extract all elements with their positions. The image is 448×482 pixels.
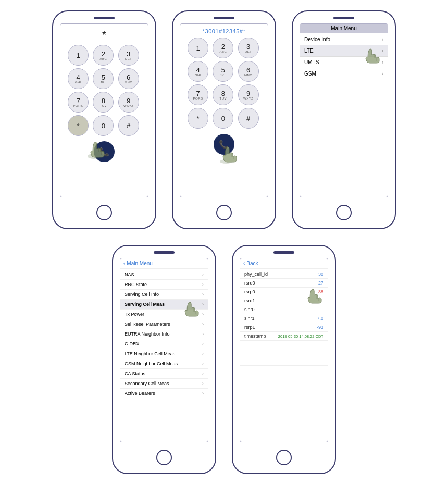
- data-key-rsrq1: rsrq1: [244, 298, 255, 303]
- back-chevron-left: ‹: [123, 261, 125, 266]
- lte-back-nav[interactable]: ‹ Main Menu: [120, 258, 208, 269]
- main-menu-header: Main Menu: [300, 24, 388, 33]
- lte-item-rrc-chevron: ›: [202, 282, 204, 287]
- data-empty-3: [240, 357, 328, 366]
- menu-device-info-label: Device Info: [304, 36, 330, 42]
- lte-item-nas-label: NAS: [125, 272, 134, 277]
- lte-item-gsm-neighbor[interactable]: GSM Neighbor Cell Meas ›: [120, 359, 208, 369]
- dialpad-grid-2: 1 2ABC 3DEF 4GHI 5JKL 6MNO 7PQRS 8TUV 9W…: [188, 38, 260, 129]
- lte-item-nas[interactable]: NAS ›: [120, 270, 208, 280]
- data-back-label: Back: [246, 261, 258, 266]
- call-btn-row-2: 📞: [214, 134, 234, 155]
- dial-4-p2[interactable]: 4GHI: [188, 61, 208, 82]
- lte-item-lte-neighbor-label: LTE Neighbor Cell Meas: [125, 351, 175, 356]
- data-row-sinr0: sinr0: [240, 305, 328, 314]
- data-back-nav[interactable]: ‹ Back: [240, 258, 328, 269]
- menu-gsm[interactable]: GSM ›: [300, 68, 388, 79]
- lte-item-serving-cell-meas-label: Serving Cell Meas: [125, 302, 165, 307]
- lte-item-eutra[interactable]: EUTRA Neighbor Info ›: [120, 329, 208, 339]
- data-key-phy: phy_cell_id: [244, 271, 268, 277]
- dial-2[interactable]: 2ABC: [93, 45, 114, 66]
- dial-9[interactable]: 9WXYZ: [118, 92, 139, 113]
- cursor-hand-5: [304, 285, 322, 304]
- dial-1-p2[interactable]: 1: [188, 38, 208, 58]
- dial-8[interactable]: 8TUV: [93, 92, 114, 113]
- phone-4-speaker: [154, 251, 175, 254]
- dial-7-p2[interactable]: 7PQRS: [188, 84, 208, 105]
- lte-item-sel-resel-label: Sel Resel Parameters: [125, 322, 170, 327]
- phone-4-screen: ‹ Main Menu NAS › RRC State › Serving Ce…: [120, 258, 208, 442]
- dial-5[interactable]: 5JKL: [93, 68, 114, 89]
- phone-2-home[interactable]: [216, 205, 232, 220]
- dial-0[interactable]: 0: [93, 115, 114, 136]
- data-empty-1: [240, 341, 328, 349]
- data-key-sinr0: sinr0: [244, 307, 255, 312]
- dial-2-p2[interactable]: 2ABC: [213, 38, 233, 58]
- dial-star[interactable]: *: [68, 115, 89, 136]
- phone-2-speaker: [214, 17, 234, 19]
- lte-item-eutra-label: EUTRA Neighbor Info: [125, 331, 170, 337]
- data-empty-4: [240, 366, 328, 374]
- dial-6-p2[interactable]: 6MNO: [238, 61, 259, 82]
- lte-item-sr-chevron: ›: [202, 322, 204, 327]
- menu-lte[interactable]: LTE ›: [300, 45, 388, 57]
- lte-item-nas-chevron: ›: [202, 272, 204, 277]
- data-row-phy-cell-id: phy_cell_id 30: [240, 270, 328, 279]
- lte-item-cdrx[interactable]: C-DRX ›: [120, 339, 208, 349]
- phone-5-speaker: [273, 251, 294, 254]
- phones-row-2: ‹ Main Menu NAS › RRC State › Serving Ce…: [112, 245, 336, 474]
- dial-6[interactable]: 6MNO: [118, 68, 139, 89]
- dialpad-grid-1: 1 2ABC 3DEF 4GHI 5JKL 6MNO 7PQRS 8TUV 9W…: [68, 45, 141, 136]
- dial-0-p2[interactable]: 0: [213, 108, 233, 129]
- data-empty-2: [240, 349, 328, 357]
- phone-1-home[interactable]: [96, 205, 112, 220]
- dial-hash[interactable]: #: [118, 115, 139, 136]
- lte-item-rrc-label: RRC State: [125, 282, 147, 287]
- phone-2-screen: *3001#12345#* 1 2ABC 3DEF 4GHI 5JKL 6MNO…: [180, 23, 268, 197]
- data-row-sinr1: sinr1 7.0: [240, 314, 328, 323]
- data-key-sinr1: sinr1: [244, 316, 255, 321]
- menu-lte-label: LTE: [304, 48, 314, 54]
- phone-4-lte-submenu: ‹ Main Menu NAS › RRC State › Serving Ce…: [112, 245, 216, 474]
- dial-5-p2[interactable]: 5JKL: [213, 61, 233, 82]
- call-btn-row-1: 📞: [94, 141, 115, 162]
- dial-star-p2[interactable]: *: [188, 108, 208, 129]
- phone-3-speaker: [333, 17, 354, 19]
- lte-item-ca-status[interactable]: CA Status ›: [120, 369, 208, 379]
- lte-item-secondary-cell[interactable]: Secondary Cell Meas ›: [120, 379, 208, 389]
- phone-1-dialpad: * 1 2ABC 3DEF 4GHI 5JKL 6MNO 7PQRS 8TUV …: [52, 10, 156, 229]
- menu-device-info[interactable]: Device Info ›: [300, 34, 388, 45]
- dial-4[interactable]: 4GHI: [68, 68, 89, 89]
- dial-7[interactable]: 7PQRS: [68, 92, 89, 113]
- call-button-1[interactable]: 📞: [94, 141, 115, 162]
- dial-1[interactable]: 1: [68, 45, 89, 66]
- data-key-timestamp: timestamp: [244, 333, 266, 339]
- lte-item-ab-chevron: ›: [202, 391, 204, 396]
- menu-lte-chevron: ›: [382, 48, 383, 54]
- cursor-hand-2: [218, 141, 239, 164]
- dial-3[interactable]: 3DEF: [118, 45, 139, 66]
- data-val-timestamp: 2018-05-30 14:08:22 CDT: [278, 334, 323, 339]
- cursor-hand-4: [181, 298, 200, 317]
- menu-gsm-chevron: ›: [382, 71, 383, 77]
- data-row-rsrp0: rsrp0 -88: [240, 288, 328, 296]
- phone-5-home[interactable]: [276, 450, 292, 465]
- dial-3-p2[interactable]: 3DEF: [238, 38, 259, 58]
- data-back-chevron: ‹: [243, 261, 245, 266]
- data-val-sinr1: 7.0: [317, 316, 323, 321]
- phone-icon-1: 📞: [99, 147, 109, 157]
- dial-8-p2[interactable]: 8TUV: [213, 84, 233, 105]
- phone-4-home[interactable]: [156, 450, 172, 465]
- lte-item-active-bearers[interactable]: Active Bearers ›: [120, 389, 208, 398]
- data-key-rsrp0: rsrp0: [244, 289, 255, 294]
- lte-item-sel-resel[interactable]: Sel Resel Parameters ›: [120, 319, 208, 329]
- dial-hash-p2[interactable]: #: [238, 108, 259, 129]
- lte-item-lte-neighbor[interactable]: LTE Neighbor Cell Meas ›: [120, 349, 208, 359]
- data-key-rsrq0: rsrq0: [244, 280, 255, 286]
- lte-item-rrc[interactable]: RRC State ›: [120, 280, 208, 290]
- dialpad-display-star: *: [102, 28, 107, 42]
- dial-9-p2[interactable]: 9WXYZ: [238, 84, 259, 105]
- lte-item-serving-cell-meas[interactable]: Serving Cell Meas ›: [120, 300, 208, 310]
- lte-item-gsm-neighbor-label: GSM Neighbor Cell Meas: [125, 361, 178, 366]
- phone-3-home[interactable]: [336, 205, 352, 220]
